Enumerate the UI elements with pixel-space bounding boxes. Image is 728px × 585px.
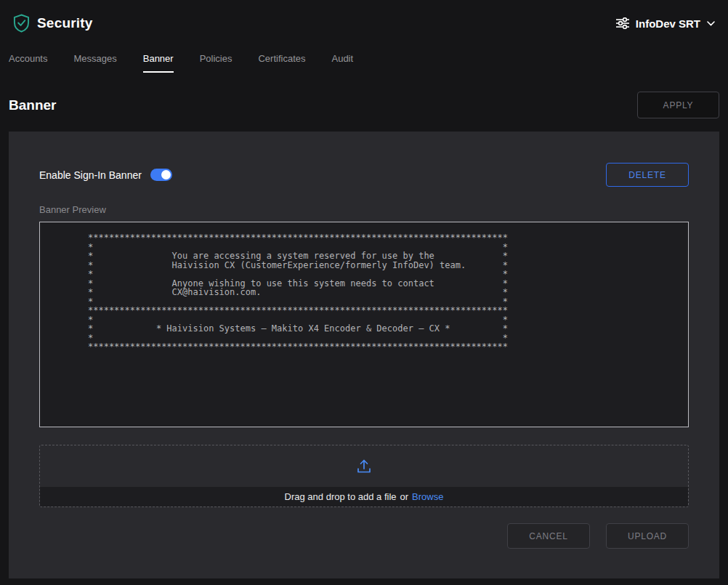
tab-policies[interactable]: Policies <box>200 47 232 73</box>
tab-certificates[interactable]: Certificates <box>258 47 305 73</box>
app-title: Security <box>37 15 93 31</box>
tab-bar: Accounts Messages Banner Policies Certif… <box>0 47 728 73</box>
enable-banner-label: Enable Sign-In Banner <box>39 169 142 181</box>
banner-preview-label: Banner Preview <box>39 204 689 215</box>
enable-banner-row: Enable Sign-In Banner DELETE <box>39 163 689 187</box>
dropzone-text: Drag and drop to add a file <box>285 491 397 502</box>
shield-check-icon <box>13 14 30 33</box>
page-title: Banner <box>9 97 56 113</box>
cancel-button[interactable]: CANCEL <box>507 523 590 549</box>
dropzone-upper <box>40 445 688 487</box>
user-menu[interactable]: InfoDev SRT <box>616 17 715 30</box>
dropzone-caption: Drag and drop to add a file or Browse <box>40 487 688 507</box>
upload-icon <box>356 459 372 474</box>
enable-banner-toggle[interactable] <box>150 169 172 181</box>
page-header: Banner APPLY <box>0 73 728 132</box>
tab-banner[interactable]: Banner <box>143 47 174 73</box>
user-menu-label: InfoDev SRT <box>636 17 700 30</box>
dropzone-or: or <box>400 491 409 502</box>
sliders-icon <box>616 17 629 29</box>
browse-link[interactable]: Browse <box>412 491 443 502</box>
upload-button[interactable]: UPLOAD <box>606 523 689 549</box>
banner-panel: Enable Sign-In Banner DELETE Banner Prev… <box>9 132 719 578</box>
toggle-knob <box>161 170 171 179</box>
app-root: Security InfoDev SRT <box>0 0 728 578</box>
tab-accounts[interactable]: Accounts <box>9 47 47 73</box>
brand: Security <box>13 14 93 33</box>
tab-messages[interactable]: Messages <box>73 47 116 73</box>
tab-audit[interactable]: Audit <box>331 47 353 73</box>
panel-actions: CANCEL UPLOAD <box>39 523 689 549</box>
file-dropzone[interactable]: Drag and drop to add a file or Browse <box>39 445 689 507</box>
chevron-down-icon <box>707 21 715 26</box>
apply-button[interactable]: APPLY <box>637 92 719 118</box>
banner-preview-box: ****************************************… <box>39 222 689 427</box>
enable-banner-group: Enable Sign-In Banner <box>39 169 172 181</box>
top-bar: Security InfoDev SRT <box>0 0 728 47</box>
delete-button[interactable]: DELETE <box>606 163 689 187</box>
